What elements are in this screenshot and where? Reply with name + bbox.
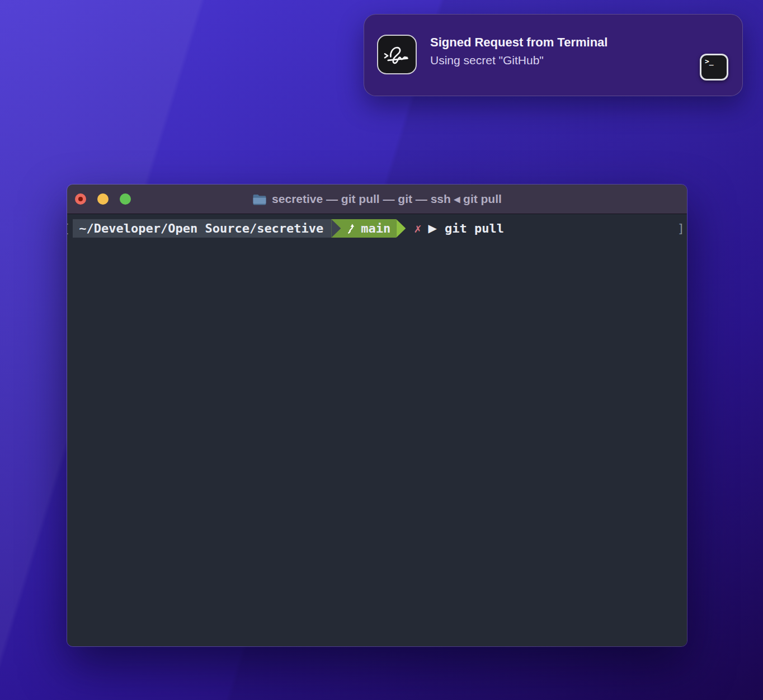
close-button[interactable]: [75, 193, 86, 205]
cwd-path-text: ~/Developer/Open Source/secretive: [79, 219, 323, 238]
notification-text: Signed Request from Terminal Using secre…: [430, 34, 692, 69]
prompt-line: [ ~/Developer/Open Source/secretive main…: [67, 219, 687, 238]
git-dirty-indicator: ✗: [414, 219, 421, 238]
terminal-window: secretive — git pull — git — ssh ◂ git p…: [67, 184, 687, 647]
secretive-app-icon: [377, 35, 417, 74]
window-title: secretive — git pull — git — ssh ◂ git p…: [67, 192, 687, 206]
git-branch-name: main: [361, 219, 390, 238]
traffic-lights: [75, 193, 131, 205]
folder-icon: [252, 193, 267, 205]
prompt-symbol-icon: ▶: [428, 219, 437, 238]
unsaved-dot-icon: [78, 197, 83, 201]
prompt-right-bracket: ]: [677, 219, 685, 238]
terminal-content[interactable]: [ ~/Developer/Open Source/secretive main…: [67, 214, 687, 646]
notification-banner[interactable]: Signed Request from Terminal Using secre…: [364, 14, 743, 96]
powerline-separator-icon: [396, 219, 406, 238]
minimize-button[interactable]: [97, 193, 109, 205]
powerline-separator-icon: [331, 219, 341, 238]
command-text: git pull: [445, 219, 504, 238]
terminal-prompt-glyph: >_: [705, 57, 714, 65]
git-branch-icon: [346, 223, 356, 234]
window-title-text: secretive — git pull — git — ssh ◂ git p…: [272, 192, 502, 206]
prompt-path-segment: ~/Developer/Open Source/secretive: [73, 219, 331, 238]
zoom-button[interactable]: [120, 193, 131, 205]
signature-icon: [381, 39, 413, 71]
prompt-branch-segment: main: [341, 219, 396, 238]
terminal-app-icon: >_: [700, 54, 728, 81]
desktop-background: Signed Request from Terminal Using secre…: [0, 0, 763, 700]
notification-title: Signed Request from Terminal: [430, 34, 692, 51]
notification-subtitle: Using secret "GitHub": [430, 51, 692, 69]
prompt-left-bracket: [: [67, 219, 70, 238]
window-titlebar[interactable]: secretive — git pull — git — ssh ◂ git p…: [67, 185, 687, 214]
